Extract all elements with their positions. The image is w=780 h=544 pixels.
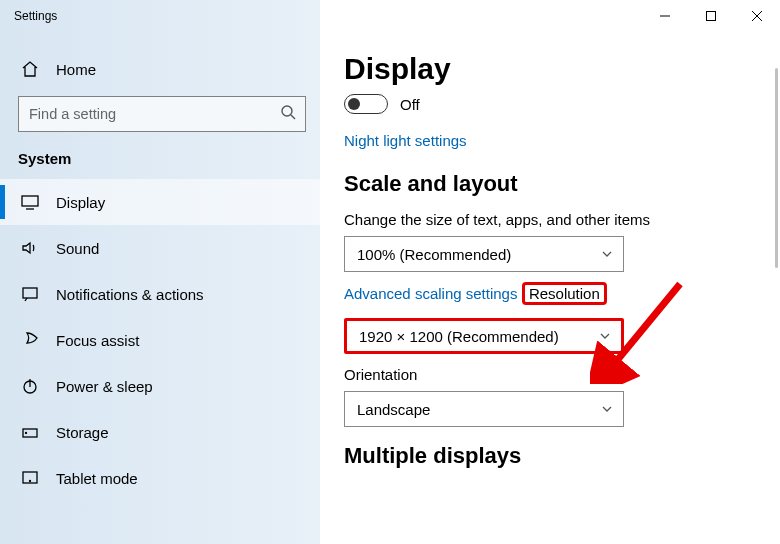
scale-label: Change the size of text, apps, and other… — [344, 211, 780, 228]
sound-icon — [20, 239, 40, 257]
maximize-button[interactable] — [688, 0, 734, 32]
multiple-displays-heading: Multiple displays — [344, 443, 780, 469]
sidebar-item-label: Focus assist — [56, 332, 139, 349]
display-icon — [20, 193, 40, 211]
svg-rect-6 — [22, 196, 38, 206]
chevron-down-icon — [601, 401, 613, 418]
sidebar-item-label: Tablet mode — [56, 470, 138, 487]
scrollbar[interactable] — [775, 68, 778, 268]
orientation-value: Landscape — [357, 401, 430, 418]
orientation-dropdown[interactable]: Landscape — [344, 391, 624, 427]
sidebar-item-focus-assist[interactable]: Focus assist — [0, 317, 320, 363]
content-pane: Display Off Night light settings Scale a… — [320, 32, 780, 544]
search-input[interactable] — [18, 96, 306, 132]
night-light-toggle[interactable] — [344, 94, 388, 114]
window-body: Home System Display Sound Notifications … — [0, 32, 780, 544]
sidebar-item-notifications[interactable]: Notifications & actions — [0, 271, 320, 317]
minimize-button[interactable] — [642, 0, 688, 32]
titlebar: Settings — [0, 0, 780, 32]
home-nav[interactable]: Home — [0, 52, 320, 86]
svg-rect-1 — [707, 12, 716, 21]
page-title: Display — [344, 52, 780, 86]
search-icon — [280, 104, 296, 124]
sidebar-item-label: Display — [56, 194, 105, 211]
svg-line-5 — [291, 115, 295, 119]
sidebar-item-label: Storage — [56, 424, 109, 441]
chevron-down-icon — [601, 246, 613, 263]
storage-icon — [20, 423, 40, 441]
sidebar-item-tablet[interactable]: Tablet mode — [0, 455, 320, 501]
toggle-state-label: Off — [400, 96, 420, 113]
tablet-icon — [20, 469, 40, 487]
chevron-down-icon — [599, 328, 611, 345]
toggle-knob — [348, 98, 360, 110]
sidebar-item-display[interactable]: Display — [0, 179, 320, 225]
resolution-label: Resolution — [522, 282, 607, 305]
window-controls — [642, 0, 780, 32]
home-icon — [20, 60, 40, 78]
focus-assist-icon — [20, 331, 40, 349]
power-icon — [20, 377, 40, 395]
svg-rect-8 — [23, 288, 37, 298]
resolution-dropdown[interactable]: 1920 × 1200 (Recommended) — [344, 318, 624, 354]
sidebar-item-storage[interactable]: Storage — [0, 409, 320, 455]
resolution-value: 1920 × 1200 (Recommended) — [359, 328, 559, 345]
notifications-icon — [20, 285, 40, 303]
scale-dropdown[interactable]: 100% (Recommended) — [344, 236, 624, 272]
sidebar: Home System Display Sound Notifications … — [0, 32, 320, 544]
svg-point-4 — [282, 106, 292, 116]
close-button[interactable] — [734, 0, 780, 32]
window-title: Settings — [0, 9, 57, 23]
svg-point-14 — [30, 481, 31, 482]
night-light-toggle-row: Off — [344, 94, 780, 114]
scale-heading: Scale and layout — [344, 171, 780, 197]
settings-window: Settings Home System Display Sou — [0, 0, 780, 544]
home-label: Home — [56, 61, 96, 78]
search-wrap — [18, 96, 306, 132]
sidebar-item-power[interactable]: Power & sleep — [0, 363, 320, 409]
section-heading: System — [0, 150, 320, 179]
svg-point-12 — [26, 433, 27, 434]
sidebar-item-sound[interactable]: Sound — [0, 225, 320, 271]
sidebar-item-label: Sound — [56, 240, 99, 257]
orientation-label: Orientation — [344, 366, 780, 383]
sidebar-item-label: Power & sleep — [56, 378, 153, 395]
scale-value: 100% (Recommended) — [357, 246, 511, 263]
night-light-settings-link[interactable]: Night light settings — [344, 132, 467, 149]
sidebar-item-label: Notifications & actions — [56, 286, 204, 303]
advanced-scaling-link[interactable]: Advanced scaling settings — [344, 285, 517, 302]
